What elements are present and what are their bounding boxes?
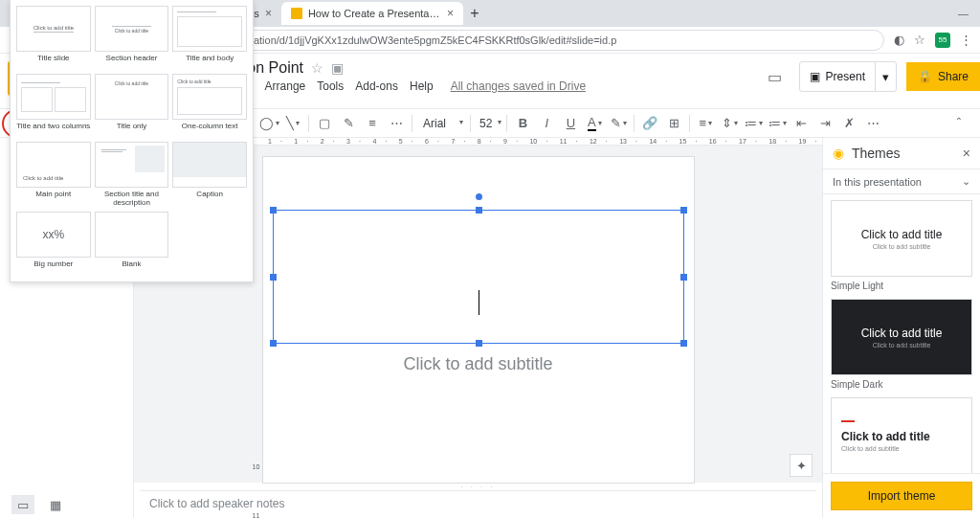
bold-button[interactable]: B: [511, 112, 534, 135]
themes-title: Themes: [852, 146, 901, 161]
fill-color-button[interactable]: ▢: [313, 112, 336, 135]
new-tab-button[interactable]: +: [463, 5, 486, 22]
layout-two-columns[interactable]: Title and two columns: [16, 74, 91, 138]
resize-handle[interactable]: [680, 274, 687, 281]
slides-icon: [291, 8, 302, 19]
close-icon[interactable]: ×: [447, 7, 454, 20]
layout-caption[interactable]: Caption: [172, 142, 247, 208]
layout-title-only[interactable]: Click to add title Title only: [95, 74, 169, 138]
main-area: ▭ ▦ Click to add title Title slide Click…: [0, 138, 980, 518]
more-button[interactable]: ⋯: [861, 112, 884, 135]
theme-streamline[interactable]: Click to add title Click to add subtitle: [831, 397, 972, 473]
comments-button[interactable]: ▭: [761, 62, 790, 91]
browser-tab-2[interactable]: How to Create a Presentation on ×: [281, 2, 463, 25]
layout-title-slide[interactable]: Click to add title Title slide: [16, 6, 91, 70]
splitter-handle[interactable]: · · · ·: [134, 483, 822, 490]
theme-simple-dark[interactable]: Click to add title Click to add subtitle: [831, 299, 972, 375]
lock-icon: 🔒: [918, 70, 932, 83]
explore-button[interactable]: ✦: [790, 454, 813, 477]
layout-section-header[interactable]: Click to add title Section header: [95, 6, 169, 70]
menu-icon[interactable]: ⋮: [960, 33, 972, 47]
text-color-button[interactable]: A: [583, 112, 606, 135]
themes-section-label: In this presentation: [833, 176, 922, 188]
present-dropdown[interactable]: ▾: [875, 62, 896, 91]
layout-title-body[interactable]: Title and body: [172, 6, 247, 70]
outdent-button[interactable]: ⇤: [790, 112, 813, 135]
indent-button[interactable]: ⇥: [813, 112, 836, 135]
window-controls: —: [958, 8, 980, 19]
align-button[interactable]: ≡: [694, 112, 717, 135]
present-label: Present: [826, 70, 865, 83]
collapse-toolbar-button[interactable]: ˆ: [947, 112, 970, 135]
shape-tool[interactable]: ◯: [257, 112, 280, 135]
close-icon[interactable]: ×: [265, 7, 272, 20]
theme-simple-light[interactable]: Click to add title Click to add subtitle: [831, 200, 972, 277]
border-weight-button[interactable]: ≡: [361, 112, 384, 135]
link-button[interactable]: 🔗: [638, 112, 661, 135]
resize-handle[interactable]: [270, 274, 277, 281]
close-icon[interactable]: ×: [963, 146, 970, 161]
grid-view-button[interactable]: ▦: [44, 495, 67, 514]
import-theme-button[interactable]: Import theme: [831, 482, 972, 510]
border-dash-button[interactable]: ⋯: [385, 112, 408, 135]
text-caret: [479, 290, 479, 315]
linespacing-button[interactable]: ⇕: [718, 112, 741, 135]
numbered-list-button[interactable]: ≔: [742, 112, 765, 135]
font-size-select[interactable]: 52: [475, 114, 502, 133]
extension-badge[interactable]: 55: [935, 33, 950, 48]
minimize-icon[interactable]: —: [958, 8, 969, 19]
resize-handle[interactable]: [270, 340, 277, 347]
tab-title: How to Create a Presentation on: [308, 8, 441, 19]
slide-canvas[interactable]: Click to add subtitle: [263, 157, 694, 483]
share-button[interactable]: 🔒 Share: [906, 62, 980, 91]
resize-handle[interactable]: [680, 340, 687, 347]
bulleted-list-button[interactable]: ≔: [766, 112, 789, 135]
font-select[interactable]: Arial: [416, 114, 466, 133]
rotate-handle[interactable]: [476, 193, 482, 200]
menu-arrange[interactable]: Arrange: [265, 79, 306, 93]
layout-section-desc[interactable]: Section title and description: [95, 142, 169, 208]
title-textbox[interactable]: [273, 210, 684, 344]
speaker-notes[interactable]: Click to add speaker notes: [140, 490, 816, 518]
resize-handle[interactable]: [270, 207, 277, 214]
underline-button[interactable]: U: [559, 112, 582, 135]
themes-panel: ◉ Themes × In this presentation ⌄ Click …: [822, 138, 980, 518]
star-icon[interactable]: ☆: [311, 60, 323, 76]
subtitle-textbox[interactable]: Click to add subtitle: [263, 354, 694, 374]
layout-popover: Click to add title Title slide Click to …: [10, 0, 254, 282]
highlight-button[interactable]: ✎: [607, 112, 630, 135]
palette-icon: ◉: [833, 146, 844, 161]
theme-name: Simple Dark: [831, 379, 972, 390]
menu-tools[interactable]: Tools: [317, 79, 344, 93]
share-label: Share: [938, 70, 969, 83]
filmstrip-view-button[interactable]: ▭: [11, 495, 34, 514]
clear-format-button[interactable]: ✗: [837, 112, 860, 135]
present-icon: ▣: [810, 70, 820, 83]
comment-button[interactable]: ⊞: [662, 112, 685, 135]
star-icon[interactable]: ☆: [914, 33, 925, 47]
save-status[interactable]: All changes saved in Drive: [451, 79, 586, 93]
resize-handle[interactable]: [476, 207, 482, 214]
menu-help[interactable]: Help: [410, 79, 434, 93]
menu-addons[interactable]: Add-ons: [355, 79, 398, 93]
layout-blank[interactable]: Blank: [95, 212, 169, 276]
layout-one-column[interactable]: Click to add title One-column text: [172, 74, 247, 138]
present-button[interactable]: ▣ Present: [800, 62, 875, 91]
line-tool[interactable]: ╲: [281, 112, 304, 135]
folder-icon[interactable]: ▣: [331, 60, 344, 76]
chevron-down-icon[interactable]: ⌄: [962, 175, 970, 188]
incognito-icon[interactable]: ◐: [894, 33, 904, 47]
resize-handle[interactable]: [476, 340, 482, 347]
layout-big-number[interactable]: xx% Big number: [16, 212, 91, 276]
resize-handle[interactable]: [680, 207, 687, 214]
layout-main-point[interactable]: Click to add title Main point: [16, 142, 91, 208]
border-color-button[interactable]: ✎: [337, 112, 360, 135]
theme-name: Simple Light: [831, 281, 972, 291]
italic-button[interactable]: I: [535, 112, 558, 135]
